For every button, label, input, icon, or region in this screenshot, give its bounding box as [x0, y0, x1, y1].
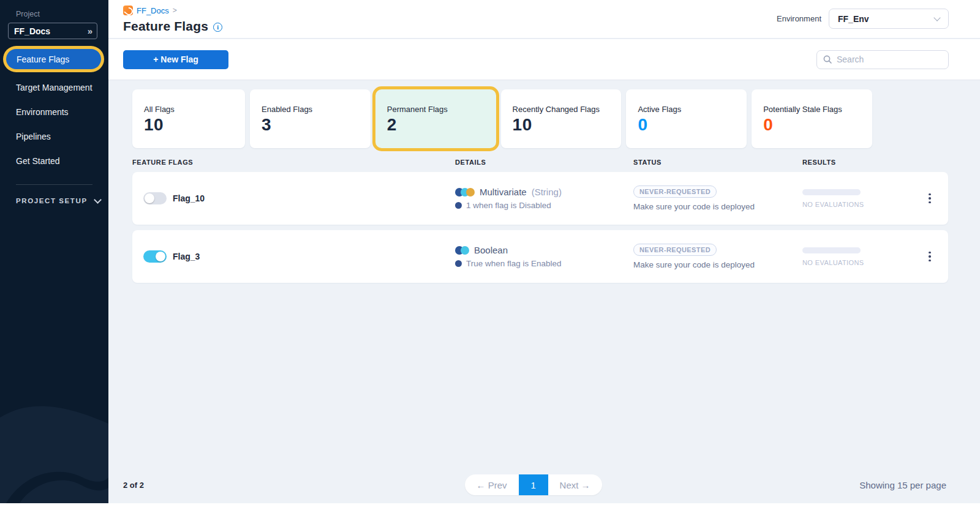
search-input[interactable]	[837, 54, 942, 64]
sidebar-item-pipelines[interactable]: Pipelines	[0, 124, 108, 149]
stat-value: 3	[262, 115, 371, 135]
chevron-down-icon	[933, 14, 940, 21]
default-rule: 1 when flag is Disabled	[466, 201, 551, 210]
stat-card-active-flags[interactable]: Active Flags 0	[626, 89, 747, 148]
kebab-menu-icon[interactable]	[925, 248, 935, 266]
stat-value: 2	[387, 115, 496, 135]
project-label: Project	[16, 10, 108, 18]
evaluations-bar	[802, 189, 861, 195]
toggle-knob	[145, 193, 154, 203]
double-chevron-icon[interactable]: »	[88, 26, 91, 36]
environment-value: FF_Env	[838, 14, 869, 24]
table-row[interactable]: Flag_10 Multivariate (String) 1 when fla…	[132, 172, 948, 225]
environment-select[interactable]: FF_Env	[829, 9, 949, 29]
flag-name[interactable]: Flag_10	[173, 193, 205, 203]
project-setup-label: PROJECT SETUP	[16, 197, 88, 204]
stat-label: All Flags	[144, 105, 245, 114]
page-title: Feature Flags	[123, 19, 208, 34]
stat-card-potentially-stale-flags[interactable]: Potentially Stale Flags 0	[752, 89, 872, 148]
stat-label: Recently Changed Flags	[513, 105, 622, 114]
evaluations-text: NO EVALUATIONS	[802, 201, 911, 208]
chevron-down-icon	[94, 196, 102, 204]
table-row[interactable]: Flag_3 Boolean True when flag is Enabled…	[132, 230, 948, 283]
stat-label: Enabled Flags	[262, 105, 371, 114]
kebab-menu-icon[interactable]	[925, 190, 935, 208]
sidebar-nav: Feature Flags Target Management Environm…	[0, 49, 108, 173]
sidebar-divider	[16, 184, 92, 185]
harness-logo-icon	[123, 6, 133, 15]
status-text: Make sure your code is deployed	[633, 202, 755, 211]
sidebar-item-feature-flags[interactable]: Feature Flags	[6, 49, 101, 69]
pagination: ← Prev 1 Next →	[465, 474, 602, 495]
project-selector[interactable]: FF_Docs »	[8, 23, 97, 39]
evaluations-bar	[802, 247, 861, 253]
toggle-knob	[156, 252, 165, 261]
column-results: RESULTS	[802, 159, 911, 166]
stat-value: 10	[144, 115, 245, 135]
flag-toggle[interactable]	[143, 250, 167, 263]
flag-toggle[interactable]	[143, 192, 167, 204]
stats-row: All Flags 10 Enabled Flags 3 Permanent F…	[132, 89, 872, 148]
status-badge: NEVER-REQUESTED	[633, 244, 717, 256]
stat-label: Permanent Flags	[387, 105, 496, 114]
evaluations-text: NO EVALUATIONS	[802, 259, 911, 266]
stat-card-enabled-flags[interactable]: Enabled Flags 3	[250, 89, 371, 148]
sidebar-decoration	[0, 375, 108, 503]
default-rule: True when flag is Enabled	[466, 259, 562, 268]
variation-dot-icon	[455, 260, 462, 267]
stat-value: 0	[638, 115, 747, 135]
multivariate-icon	[455, 188, 475, 197]
flag-type: Multivariate	[480, 187, 527, 197]
prev-page-button[interactable]: ← Prev	[465, 474, 519, 495]
page-header: FF_Docs > Feature Flags Environment FF_E…	[108, 0, 980, 39]
column-feature-flags: FEATURE FLAGS	[132, 159, 455, 166]
current-page-button[interactable]: 1	[519, 474, 548, 495]
next-page-button[interactable]: Next →	[548, 474, 602, 495]
stat-card-recently-changed-flags[interactable]: Recently Changed Flags 10	[501, 89, 622, 148]
search-box[interactable]	[816, 50, 949, 69]
flag-type: Boolean	[474, 245, 508, 255]
bottom-strip	[0, 503, 980, 513]
stat-card-permanent-flags[interactable]: Permanent Flags 2	[375, 89, 496, 148]
status-text: Make sure your code is deployed	[633, 260, 755, 269]
project-name: FF_Docs	[14, 26, 50, 36]
search-icon	[823, 55, 832, 64]
sidebar-item-environments[interactable]: Environments	[0, 100, 108, 124]
stat-value: 10	[513, 115, 622, 135]
sidebar-item-get-started[interactable]: Get Started	[0, 149, 108, 173]
variation-dot-icon	[455, 202, 462, 209]
content: All Flags 10 Enabled Flags 3 Permanent F…	[108, 80, 980, 503]
page-size-text: Showing 15 per page	[859, 480, 946, 490]
stat-value: 0	[763, 115, 872, 135]
project-setup-section[interactable]: PROJECT SETUP	[16, 197, 108, 204]
environment-label: Environment	[777, 14, 821, 23]
status-badge: NEVER-REQUESTED	[633, 185, 717, 198]
row-count: 2 of 2	[123, 481, 144, 490]
info-icon[interactable]	[213, 23, 222, 32]
breadcrumb-project-link[interactable]: FF_Docs	[137, 6, 169, 15]
toolbar: + New Flag	[108, 39, 980, 80]
sidebar-item-target-management[interactable]: Target Management	[0, 75, 108, 100]
column-details: DETAILS	[455, 159, 633, 166]
main-area: FF_Docs > Feature Flags Environment FF_E…	[108, 0, 980, 503]
flag-type-suffix: (String)	[532, 187, 562, 197]
stat-label: Active Flags	[638, 105, 747, 114]
boolean-icon	[455, 246, 469, 255]
environment-group: Environment FF_Env	[777, 9, 949, 29]
chevron-right-icon: >	[173, 6, 177, 15]
table-header: FEATURE FLAGS DETAILS STATUS RESULTS	[132, 159, 948, 166]
sidebar: Project FF_Docs » Feature Flags Target M…	[0, 0, 108, 503]
stat-label: Potentially Stale Flags	[763, 105, 872, 114]
column-status: STATUS	[633, 159, 802, 166]
stat-card-all-flags[interactable]: All Flags 10	[132, 89, 245, 148]
new-flag-button[interactable]: + New Flag	[123, 50, 228, 69]
flag-name[interactable]: Flag_3	[173, 252, 200, 261]
list-footer: 2 of 2 ← Prev 1 Next → Showing 15 per pa…	[108, 466, 980, 503]
